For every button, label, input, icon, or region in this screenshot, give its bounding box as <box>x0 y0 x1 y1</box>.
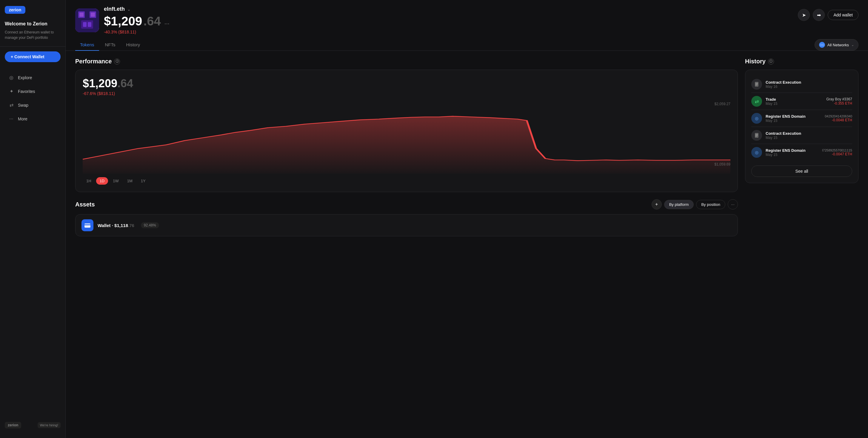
history-item-details: Register ENS Domain May 15 <box>766 148 818 157</box>
history-title: History <box>745 58 766 65</box>
sidebar-item-explore-label: Explore <box>18 75 32 80</box>
history-item-name: Contract Execution <box>766 131 852 136</box>
sidebar-item-swap[interactable]: ⇄ Swap <box>2 98 63 112</box>
history-info-icon[interactable]: ⓘ <box>768 59 774 64</box>
time-filter-1d[interactable]: 1D <box>96 177 108 185</box>
history-item-date: May 15 <box>766 136 852 140</box>
add-wallet-button[interactable]: Add wallet <box>828 10 859 20</box>
assets-by-position-button[interactable]: By position <box>696 200 725 209</box>
history-item-amount: I7258925570011115 -0.0047 ETH <box>822 148 852 156</box>
ens-icon-2: ◎ <box>755 150 758 155</box>
assets-more-button[interactable]: ··· <box>728 199 738 209</box>
history-section: History ⓘ Contract Execution <box>745 58 859 236</box>
assets-by-platform-button[interactable]: By platform <box>664 200 694 209</box>
time-filter-1y[interactable]: 1Y <box>137 177 149 185</box>
explore-icon: ◎ <box>8 75 14 81</box>
history-item: ◎ Register ENS Domain May 15 04292041420… <box>751 110 852 127</box>
navigate-button[interactable]: ➡ <box>813 9 825 21</box>
history-item-name: Register ENS Domain <box>766 148 818 153</box>
chart-change: -67.6% ($818.11) <box>83 91 731 96</box>
chevron-down-icon[interactable]: ⌄ <box>127 7 131 12</box>
sidebar: zerion Welcome to Zerion Connect an Ethe… <box>0 0 66 438</box>
history-amount-label: Gray Boy #3367 <box>826 97 852 101</box>
wallet-icon <box>82 219 93 231</box>
see-all-button[interactable]: See all <box>751 166 852 177</box>
contract-icon-2 <box>754 133 760 138</box>
svg-rect-19 <box>755 136 757 137</box>
ens-icon: ◎ <box>755 116 758 121</box>
history-amount-label: 04292041420634​0 <box>825 114 852 118</box>
welcome-title: Welcome to Zerion <box>5 21 61 27</box>
svg-rect-18 <box>755 135 758 136</box>
time-filter-1w[interactable]: 1W <box>109 177 122 185</box>
history-amount-value: -0.355 ETH <box>826 101 852 106</box>
wallet-avatar-img <box>75 8 99 32</box>
network-selector[interactable]: ⬡⬡ All Networks ⌄ <box>814 39 859 51</box>
wallet-asset-item: Wallet · $1,118.76 92.48% <box>75 214 738 236</box>
wallet-info: elnft.eth ⌄ $1,209 .64 ··· -40.3% ($818.… <box>75 6 169 34</box>
performance-title: Performance <box>75 58 112 65</box>
main-content: elnft.eth ⌄ $1,209 .64 ··· -40.3% ($818.… <box>66 0 868 438</box>
share-icon: ➤ <box>802 12 806 18</box>
swap-icon: ⇄ <box>8 102 14 108</box>
history-item-name: Trade <box>766 97 823 101</box>
history-item: ◎ Register ENS Domain May 15 I7258925570… <box>751 144 852 161</box>
share-button[interactable]: ➤ <box>798 9 810 21</box>
tab-nfts[interactable]: NFTs <box>100 39 120 51</box>
balance-more-icon[interactable]: ··· <box>164 20 169 27</box>
history-item-details: Register ENS Domain May 15 <box>766 114 821 123</box>
assets-add-button[interactable]: + <box>652 199 662 209</box>
sidebar-item-explore[interactable]: ◎ Explore <box>2 71 63 84</box>
balance-whole: $1,209 <box>104 14 142 28</box>
svg-rect-8 <box>75 8 99 32</box>
hiring-badge: We're hiring! <box>38 422 61 428</box>
connect-wallet-button[interactable]: + Connect Wallet <box>5 51 61 62</box>
history-item: Contract Execution May 16 <box>751 76 852 93</box>
sidebar-item-more-label: More <box>18 117 27 121</box>
sidebar-item-favorites-label: Favorites <box>18 89 35 94</box>
sidebar-nav: ◎ Explore ✦ Favorites ⇄ Swap ··· More <box>0 70 65 418</box>
header: elnft.eth ⌄ $1,209 .64 ··· -40.3% ($818.… <box>66 0 868 34</box>
network-label: All Networks <box>828 43 849 47</box>
history-item-icon: ◎ <box>751 147 762 158</box>
zerion-logo: zerion <box>5 6 25 14</box>
network-icon: ⬡⬡ <box>819 42 825 48</box>
balance-decimal: .64 <box>143 14 161 28</box>
chart-value-whole: $1,209 <box>83 77 117 90</box>
tabs-row: Tokens NFTs History ⬡⬡ All Networks ⌄ <box>66 34 868 51</box>
sidebar-item-favorites[interactable]: ✦ Favorites <box>2 85 63 98</box>
history-item-icon <box>751 79 762 90</box>
wallet-details: elnft.eth ⌄ $1,209 .64 ··· -40.3% ($818.… <box>104 6 169 34</box>
history-item-date: May 15 <box>766 101 823 106</box>
wallet-avatar <box>75 8 99 32</box>
favorites-icon: ✦ <box>8 88 14 94</box>
time-filter-1m[interactable]: 1M <box>124 177 136 185</box>
history-item-name: Contract Execution <box>766 80 852 85</box>
performance-info-icon[interactable]: ⓘ <box>114 59 120 64</box>
history-item-name: Register ENS Domain <box>766 114 821 119</box>
history-item: ⇄ Trade May 15 Gray Boy #3367 -0.355 ETH <box>751 93 852 110</box>
history-amount-label: I7258925570011115 <box>822 148 852 152</box>
history-item-date: May 16 <box>766 85 852 89</box>
assets-section: Assets + By platform By position ··· <box>75 199 738 236</box>
sidebar-logo-area: zerion <box>5 6 61 14</box>
welcome-subtitle: Connect an Ethereum wallet to manage you… <box>5 30 61 40</box>
history-item-icon: ◎ <box>751 113 762 124</box>
tab-tokens[interactable]: Tokens <box>75 39 99 51</box>
svg-rect-14 <box>755 84 758 85</box>
history-card: Contract Execution May 16 ⇄ Trade May 15… <box>745 69 859 183</box>
history-item-details: Trade May 15 <box>766 97 823 106</box>
performance-section: Performance ⓘ $1,209.64 -67.6% ($818.11)… <box>75 58 738 236</box>
performance-title-row: Performance ⓘ <box>75 58 738 65</box>
trade-icon: ⇄ <box>755 98 759 104</box>
time-filter-1h[interactable]: 1H <box>83 177 95 185</box>
tab-history[interactable]: History <box>122 39 145 51</box>
header-actions: ➤ ➡ Add wallet <box>798 6 859 21</box>
history-item-icon <box>751 130 762 141</box>
history-amount-value: -0.0048 ETH <box>825 118 852 122</box>
navigate-icon: ➡ <box>817 12 821 18</box>
svg-rect-11 <box>88 226 90 227</box>
history-item-amount: Gray Boy #3367 -0.355 ETH <box>826 97 852 106</box>
sidebar-bottom: zerion We're hiring! <box>0 418 65 432</box>
sidebar-item-more[interactable]: ··· More <box>2 112 63 125</box>
